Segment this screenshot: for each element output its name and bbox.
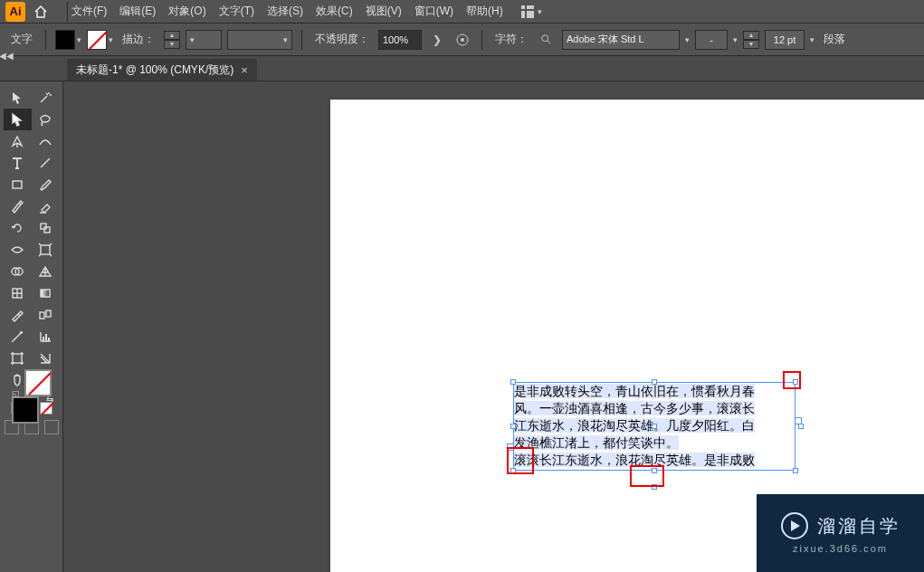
line-tool[interactable] — [32, 152, 60, 174]
fill-color-icon — [55, 30, 75, 50]
menu-view[interactable]: 视图(V) — [366, 4, 402, 19]
type-tool[interactable] — [4, 152, 32, 174]
stroke-box[interactable] — [24, 369, 52, 396]
eyedropper-tool[interactable] — [4, 304, 32, 326]
tool-name-label: 文字 — [7, 32, 36, 47]
font-style-select[interactable]: - — [695, 30, 728, 50]
font-family-input[interactable]: Adobe 宋体 Std L — [562, 30, 680, 50]
stroke-swatch[interactable]: ▾ — [87, 30, 113, 50]
svg-rect-11 — [41, 290, 50, 297]
text-line: 江东逝水，浪花淘尽英雄。几度夕阳红。白 — [514, 418, 755, 433]
svg-rect-4 — [13, 181, 22, 188]
pencil-tool[interactable] — [4, 195, 32, 217]
mesh-tool[interactable] — [4, 282, 32, 304]
search-icon[interactable] — [537, 30, 557, 50]
menu-help[interactable]: 帮助(H) — [466, 4, 503, 19]
document-tab-bar: 未标题-1* @ 100% (CMYK/预览) × — [0, 56, 924, 81]
perspective-tool[interactable] — [32, 261, 60, 282]
chevron-down-icon: ▾ — [109, 35, 113, 44]
svg-point-14 — [12, 340, 14, 342]
opacity-popup-button[interactable]: ❯ — [427, 30, 447, 50]
menu-window[interactable]: 窗口(W) — [414, 4, 453, 19]
stroke-weight-select[interactable]: ▾ — [186, 30, 222, 50]
divider — [481, 30, 482, 50]
handle-top-middle[interactable] — [652, 379, 657, 385]
svg-rect-17 — [45, 334, 47, 341]
text-frame[interactable]: 是非成败转头空，青山依旧在，惯看秋月春 风。一壶浊酒喜相逢，古今多少事，滚滚长 … — [514, 383, 795, 470]
svg-rect-5 — [41, 224, 46, 229]
gradient-tool[interactable] — [32, 282, 60, 304]
expand-panel-icon[interactable]: ◀◀ — [0, 49, 13, 62]
chevron-down-icon[interactable]: ▾ — [685, 35, 690, 44]
bottom-anchor[interactable] — [652, 484, 657, 490]
symbol-sprayer-tool[interactable] — [4, 326, 32, 348]
free-transform-tool[interactable] — [32, 239, 60, 261]
close-icon[interactable]: × — [241, 63, 248, 77]
watermark: 溜溜自学 zixue.3d66.com — [757, 494, 924, 572]
brush-select[interactable]: ▾ — [227, 30, 292, 50]
color-mode-none[interactable] — [40, 402, 52, 415]
menu-file[interactable]: 文件(F) — [71, 4, 107, 19]
menu-object[interactable]: 对象(O) — [168, 4, 205, 19]
selection-tool[interactable] — [4, 87, 32, 109]
pen-tool[interactable] — [4, 130, 32, 152]
watermark-url: zixue.3d66.com — [793, 543, 888, 554]
svg-rect-18 — [48, 338, 50, 341]
text-line: 滚滚长江东逝水，浪花淘尽英雄。是非成败 — [514, 453, 755, 467]
menu-select[interactable]: 选择(S) — [267, 4, 303, 19]
handle-bottom-left[interactable] — [510, 468, 516, 473]
workspace-icon — [521, 5, 534, 18]
chevron-down-icon[interactable]: ▾ — [733, 35, 738, 44]
handle-top-right[interactable] — [793, 379, 798, 385]
fill-box[interactable] — [12, 396, 39, 424]
center-point[interactable] — [652, 424, 657, 429]
scale-tool[interactable] — [32, 217, 60, 239]
canvas[interactable]: 是非成败转头空，青山依旧在，惯看秋月春 风。一壶浊酒喜相逢，古今多少事，滚滚长 … — [63, 81, 924, 572]
menu-edit[interactable]: 编辑(E) — [119, 4, 156, 19]
divider — [45, 30, 46, 50]
svg-point-1 — [461, 38, 464, 42]
chevron-down-icon[interactable]: ▾ — [810, 35, 814, 44]
font-size-stepper[interactable]: ▴▾ — [743, 30, 759, 50]
menu-items: 文件(F) 编辑(E) 对象(O) 文字(T) 选择(S) 效果(C) 视图(V… — [71, 4, 503, 19]
magic-wand-tool[interactable] — [32, 87, 60, 109]
home-icon[interactable] — [31, 2, 51, 22]
document-tab[interactable]: 未标题-1* @ 100% (CMYK/预览) × — [67, 59, 257, 81]
lasso-tool[interactable] — [32, 109, 60, 130]
rotate-tool[interactable] — [4, 217, 32, 239]
text-in-port[interactable] — [507, 443, 514, 451]
handle-top-left[interactable] — [510, 379, 516, 385]
font-size-input[interactable]: 12 pt — [765, 30, 805, 50]
graph-tool[interactable] — [32, 326, 60, 348]
draw-mode-inside[interactable] — [44, 420, 59, 434]
workspace-switcher[interactable]: ▾ — [521, 5, 542, 18]
artboard-tool[interactable] — [4, 348, 32, 369]
handle-bottom-right[interactable] — [793, 468, 798, 473]
shape-builder-tool[interactable] — [4, 261, 32, 282]
main-area: ⇆ ◱ — [0, 81, 924, 572]
handle-mid-left[interactable] — [510, 424, 516, 429]
recolor-button[interactable] — [452, 30, 472, 50]
paintbrush-tool[interactable] — [32, 174, 60, 195]
menu-effect[interactable]: 效果(C) — [316, 4, 353, 19]
stroke-weight-stepper[interactable]: ▴▾ — [164, 30, 180, 50]
rectangle-tool[interactable] — [4, 174, 32, 195]
handle-bottom-middle[interactable] — [652, 468, 657, 473]
eraser-tool[interactable] — [32, 195, 60, 217]
slice-tool[interactable] — [32, 348, 60, 369]
divider — [301, 30, 302, 50]
opacity-value[interactable]: 100% — [378, 30, 422, 50]
paragraph-label[interactable]: 段落 — [820, 32, 849, 47]
width-tool[interactable] — [4, 239, 32, 261]
default-fill-stroke-icon[interactable]: ◱ — [12, 389, 20, 398]
color-controls: ⇆ ◱ — [4, 391, 59, 413]
menu-type[interactable]: 文字(T) — [219, 4, 254, 19]
fill-swatch[interactable]: ▾ — [55, 30, 81, 50]
text-line: 发渔樵江渚上，都付笑谈中。 — [514, 435, 679, 450]
blend-tool[interactable] — [32, 304, 60, 326]
stroke-none-icon — [87, 30, 107, 50]
curvature-tool[interactable] — [32, 130, 60, 152]
direct-selection-tool[interactable] — [4, 109, 32, 130]
text-line: 风。一壶浊酒喜相逢，古今多少事，滚滚长 — [514, 401, 755, 415]
text-out-port[interactable] — [795, 417, 802, 424]
